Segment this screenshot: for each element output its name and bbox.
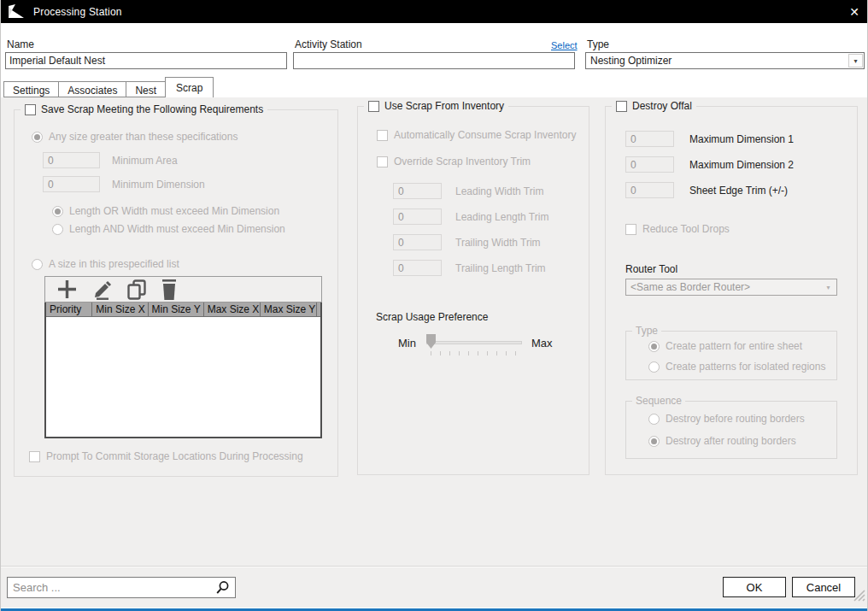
entire-sheet-radio [648, 341, 660, 352]
search-input[interactable] [8, 581, 215, 594]
length-or-width-radio [52, 206, 63, 217]
app-logo-icon [8, 4, 25, 20]
type-dropdown-value: Nesting Optimizer [586, 55, 848, 67]
col-max-size-y[interactable]: Max Size Y [261, 303, 317, 316]
col-min-size-y[interactable]: Min Size Y [149, 303, 204, 316]
tab-settings[interactable]: Settings [3, 81, 59, 97]
leading-width-trim-label: Leading Width Trim [455, 185, 543, 197]
use-scrap-group: Use Scrap From Inventory Automatically C… [357, 106, 589, 475]
save-scrap-checkbox[interactable] [25, 104, 36, 115]
scrap-tab-panel: Save Scrap Meeting the Following Require… [1, 97, 867, 566]
scrap-usage-slider[interactable]: Min Max [358, 331, 590, 360]
activity-station-input[interactable] [293, 52, 575, 69]
prespecified-list-radio [32, 259, 43, 270]
name-input[interactable] [5, 52, 287, 69]
minimum-area-input [43, 152, 100, 168]
destroy-before-radio [648, 414, 660, 425]
window-title: Processing Station [33, 6, 122, 18]
length-and-width-label: Length AND Width must exceed Min Dimensi… [69, 223, 285, 235]
close-icon[interactable]: ✕ [842, 0, 867, 23]
isolated-regions-label: Create patterns for isolated regions [666, 361, 825, 373]
override-trim-checkbox [377, 156, 388, 167]
leading-width-trim-input [393, 183, 442, 199]
router-tool-dropdown: <Same as Border Router> ▾ [625, 279, 837, 296]
list-toolbar [44, 276, 322, 303]
slider-min-label: Min [398, 337, 416, 350]
prompt-commit-checkbox [29, 451, 40, 462]
table-header-row: Priority Min Size X Min Size Y Max Size … [46, 303, 320, 317]
scrap-size-list: Priority Min Size X Min Size Y Max Size … [44, 276, 322, 438]
edit-icon[interactable] [92, 279, 113, 300]
router-tool-value: <Same as Border Router> [626, 281, 821, 293]
scrap-size-table[interactable]: Priority Min Size X Min Size Y Max Size … [44, 303, 322, 438]
use-scrap-checkbox[interactable] [368, 101, 379, 112]
title-bar: Processing Station ✕ [1, 0, 867, 23]
destroy-after-radio [648, 436, 660, 447]
col-priority[interactable]: Priority [46, 303, 92, 316]
trailing-width-trim-label: Trailing Width Trim [455, 237, 541, 249]
override-trim-label: Override Scrap Inventory Trim [394, 156, 531, 167]
type-dropdown[interactable]: Nesting Optimizer ▾ [585, 52, 865, 69]
trailing-width-trim-input [393, 234, 442, 250]
minimum-area-label: Minimum Area [112, 155, 178, 167]
tab-associates[interactable]: Associates [58, 81, 126, 97]
add-icon[interactable] [56, 279, 78, 300]
pattern-type-group: Type Create pattern for entire sheet Cre… [625, 331, 837, 380]
slider-thumb[interactable] [426, 334, 436, 349]
sequence-group: Sequence Destroy before routing borders … [625, 401, 837, 459]
prespecified-list-label: A size in this prespecified list [49, 258, 179, 270]
maximum-dimension-2-input [625, 156, 674, 173]
leading-length-trim-input [393, 209, 442, 225]
cancel-button[interactable]: Cancel [792, 577, 855, 597]
trailing-length-trim-input [393, 260, 442, 276]
name-label: Name [7, 38, 34, 50]
tab-strip: Settings Associates Nest Scrap [3, 77, 213, 97]
type-label: Type [587, 38, 609, 50]
resize-grip[interactable] [853, 590, 865, 604]
save-scrap-title: Save Scrap Meeting the Following Require… [41, 103, 263, 115]
any-size-radio [32, 132, 43, 143]
router-tool-label: Router Tool [625, 263, 677, 275]
copy-icon[interactable] [127, 279, 146, 300]
sheet-edge-trim-input [625, 182, 674, 198]
destroy-offal-title: Destroy Offal [632, 100, 692, 112]
maximum-dimension-1-input [625, 131, 674, 147]
sheet-edge-trim-label: Sheet Edge Trim (+/-) [689, 185, 788, 197]
activity-station-label: Activity Station [295, 38, 362, 50]
destroy-before-label: Destroy before routing borders [666, 413, 805, 425]
reduce-tool-drops-checkbox [625, 224, 636, 235]
slider-ticks [431, 351, 523, 355]
reduce-tool-drops-label: Reduce Tool Drops [642, 223, 730, 235]
tab-nest[interactable]: Nest [126, 81, 166, 97]
save-scrap-group: Save Scrap Meeting the Following Require… [14, 109, 338, 477]
isolated-regions-radio [648, 361, 660, 373]
ok-button[interactable]: OK [723, 577, 786, 597]
chevron-down-icon: ▾ [821, 280, 836, 294]
minimum-dimension-input [43, 176, 100, 192]
slider-track[interactable] [426, 341, 522, 344]
sequence-title: Sequence [632, 395, 685, 407]
chevron-down-icon[interactable]: ▾ [848, 54, 863, 68]
search-box[interactable] [7, 577, 236, 598]
activity-station-select-link[interactable]: Select [551, 40, 578, 50]
minimum-dimension-label: Minimum Dimension [112, 179, 205, 191]
use-scrap-title: Use Scrap From Inventory [384, 100, 504, 112]
length-and-width-radio [52, 224, 63, 235]
delete-icon[interactable] [161, 279, 178, 300]
maximum-dimension-2-label: Maximum Dimension 2 [689, 159, 794, 171]
search-icon[interactable] [215, 580, 230, 595]
processing-station-dialog: Processing Station ✕ Name Activity Stati… [0, 0, 868, 611]
prompt-commit-label: Prompt To Commit Storage Locations Durin… [46, 450, 303, 462]
scrap-usage-preference-label: Scrap Usage Preference [376, 311, 488, 323]
destroy-offal-checkbox[interactable] [616, 101, 627, 112]
auto-consume-checkbox [377, 130, 388, 141]
tab-scrap[interactable]: Scrap [165, 77, 214, 97]
destroy-after-label: Destroy after routing borders [666, 435, 796, 447]
maximum-dimension-1-label: Maximum Dimension 1 [689, 133, 794, 145]
footer-bar: OK Cancel [1, 566, 867, 608]
entire-sheet-label: Create pattern for entire sheet [666, 340, 802, 352]
col-filler [317, 303, 320, 316]
trailing-length-trim-label: Trailing Length Trim [455, 262, 546, 274]
col-min-size-x[interactable]: Min Size X [92, 303, 148, 316]
col-max-size-x[interactable]: Max Size X [204, 303, 261, 316]
